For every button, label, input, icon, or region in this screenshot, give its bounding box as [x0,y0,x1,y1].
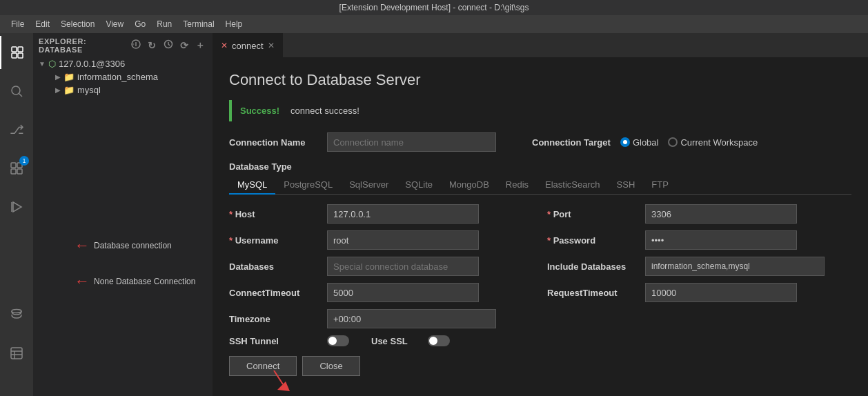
request-timeout-input[interactable] [645,283,797,302]
db-tab-ftp[interactable]: FTP [643,176,677,195]
history-btn[interactable] [162,38,175,52]
connection-target-section: Connection Target Global Current Workspa… [532,137,758,148]
connection-name-input[interactable] [327,132,496,152]
child1-folder-icon: 📁 [63,72,75,82]
include-databases-label: Include Databases [547,261,637,272]
extensions-badge: 1 [19,156,29,166]
db-connection-arrow: ← [75,237,90,255]
database-activity-icon1[interactable] [0,298,33,331]
child1-chevron: ▶ [55,73,61,81]
host-input[interactable] [327,204,479,224]
tree-child-item-2[interactable]: ▶ 📁 mysql [33,83,213,97]
username-input[interactable] [327,230,479,250]
port-label: Port [547,209,637,219]
host-label: Host [229,209,319,219]
username-label: Username [229,235,319,246]
svg-rect-13 [11,348,22,359]
svg-line-5 [19,94,23,97]
tree-root-item[interactable]: ▼ ⬡ 127.0.0.1@3306 [33,57,213,70]
port-input[interactable] [645,204,797,224]
database-activity-icon2[interactable] [0,337,33,370]
db-tab-ssh[interactable]: SSH [609,176,644,195]
databases-input[interactable] [327,257,479,276]
svg-rect-6 [11,163,16,168]
svg-rect-2 [12,53,17,58]
db-type-label: Database Type [229,161,851,172]
explorer-activity-icon[interactable] [0,36,33,69]
tab-extension-icon: ✕ [221,41,228,50]
none-db-annotation: ← None Database Connection [75,273,195,290]
timezone-input[interactable] [327,309,496,328]
db-connection-label: Database connection [94,241,172,250]
db-tab-mysql[interactable]: MySQL [229,176,275,195]
sidebar: EXPLORER: DATABASE ↻ ⟳ ＋ [33,33,213,396]
tab-close-btn[interactable]: ✕ [268,41,275,50]
panel-content: Connect to Database Server Success! conn… [213,57,868,396]
use-ssl-toggle[interactable] [428,335,450,346]
db-tab-sqlserver[interactable]: SqlServer [341,176,397,195]
svg-rect-1 [18,47,23,52]
connection-name-label: Connection Name [229,137,319,148]
menu-view[interactable]: View [100,18,129,30]
titlebar-text: [Extension Development Host] - connect -… [339,3,529,12]
tree-child-item-1[interactable]: ▶ 📁 information_schema [33,70,213,83]
none-db-arrow: ← [75,273,90,290]
svg-rect-3 [18,53,23,58]
db-tab-mongodb[interactable]: MongoDB [441,176,497,195]
workspace-radio[interactable]: Current Workspace [668,137,758,148]
action-buttons-row: Connect Close [229,356,851,376]
panel-title: Connect to Database Server [229,71,851,89]
menu-help[interactable]: Help [220,18,248,30]
sidebar-title: EXPLORER: DATABASE [39,37,130,54]
reconnect-btn[interactable]: ⟳ [179,39,190,52]
add-btn[interactable]: ＋ [194,38,207,53]
child2-chevron: ▶ [55,86,61,94]
menu-run[interactable]: Run [151,18,177,30]
run-activity-icon[interactable] [0,190,33,224]
menu-go[interactable]: Go [129,18,151,30]
menu-terminal[interactable]: Terminal [177,18,219,30]
content-area: ✕ connect ✕ Connect to Database Server S… [213,33,868,396]
connect-timeout-input[interactable] [327,283,479,302]
sidebar-header: EXPLORER: DATABASE ↻ ⟳ ＋ [33,33,213,57]
tab-bar: ✕ connect ✕ [213,33,868,57]
db-tab-sqlite[interactable]: SQLite [397,176,441,195]
timeout-row: ConnectTimeout RequestTimeout [229,283,851,302]
request-timeout-label: RequestTimeout [547,288,637,298]
root-chevron: ▼ [39,60,46,68]
refresh-btn[interactable]: ↻ [146,39,158,52]
db-tab-postgresql[interactable]: PostgreSQL [275,176,341,195]
db-tab-redis[interactable]: Redis [497,176,537,195]
menu-selection[interactable]: Selection [55,18,100,30]
source-control-activity-icon[interactable]: ⎇ [0,113,33,146]
password-input[interactable] [645,230,797,250]
global-label: Global [633,137,659,148]
svg-rect-8 [11,169,16,174]
timezone-row: Timezone [229,309,851,328]
password-label: Password [547,235,637,246]
ssh-tunnel-toggle[interactable] [327,335,349,346]
connect-tab[interactable]: ✕ connect ✕ [213,33,283,57]
bottom-arrow-container [264,370,291,396]
svg-point-4 [12,86,20,95]
global-radio[interactable]: Global [620,137,659,148]
svg-line-23 [274,370,283,384]
ssh-tunnel-label: SSH Tunnel [229,336,319,346]
db-tabs: MySQL PostgreSQL SqlServer SQLite MongoD… [229,176,851,195]
menu-file[interactable]: File [6,18,30,30]
root-db-icon: ⬡ [48,59,56,69]
svg-rect-0 [12,47,17,52]
connect-timeout-label: ConnectTimeout [229,288,319,298]
search-activity-icon[interactable] [0,75,33,108]
close-button[interactable]: Close [302,356,359,376]
svg-marker-24 [277,382,290,391]
child1-label: information_schema [77,72,158,82]
bottom-arrow-svg [264,370,291,395]
extensions-activity-icon[interactable]: 1 [0,152,33,185]
menu-edit[interactable]: Edit [30,18,55,30]
new-connection-btn[interactable] [130,38,142,52]
db-tab-elasticsearch[interactable]: ElasticSearch [537,176,608,195]
svg-point-19 [132,43,135,46]
global-radio-dot [620,137,630,147]
root-label: 127.0.0.1@3306 [59,59,125,69]
